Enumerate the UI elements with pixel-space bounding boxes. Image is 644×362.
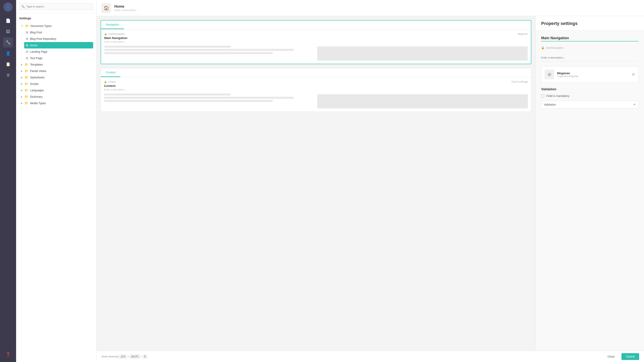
- folder-icon: 📁: [24, 101, 28, 105]
- tree-item-partial-views[interactable]: ▶ 📁 Partial Views: [19, 68, 93, 74]
- field-alias-display: 🔒 mainNavigation: [541, 46, 638, 49]
- field-name-group: [541, 35, 638, 41]
- doc-active-icon: ⊞: [26, 43, 28, 47]
- deploy-nav-icon[interactable]: 🖥: [3, 70, 13, 80]
- validation-row: Field is mandatory: [541, 94, 638, 97]
- bottom-bar: show shortcuts alt + shift + k Close Sub…: [96, 351, 644, 362]
- tree-item-templates[interactable]: ▶ 📁 Templates: [19, 61, 93, 68]
- caret-icon: ▶: [21, 76, 22, 79]
- field-description-group: [541, 54, 638, 61]
- folder-icon: 📁: [24, 82, 28, 86]
- page-description: Enter a description...: [114, 9, 138, 12]
- tree-item-home[interactable]: ⊞ Home: [24, 42, 93, 48]
- meganav-text: Meganav Cogworks.Meganav: [557, 71, 578, 78]
- skeleton-block-right: [317, 46, 528, 60]
- tab-content[interactable]: Content: [101, 68, 120, 77]
- caret-icon: ▶: [21, 102, 22, 105]
- k-key: k: [143, 355, 147, 359]
- document-types-children: ⊞ Blog Post ⊞ Blog Post Repository ⊞ Hom…: [19, 29, 93, 61]
- skeleton-lines-left: [104, 46, 315, 60]
- tree-item-landing-page[interactable]: ⊞ Landing Page: [24, 48, 93, 55]
- shortcuts-text: show shortcuts alt + shift + k: [102, 355, 147, 358]
- lock-icon: 🔒: [104, 33, 107, 35]
- tree-item-document-types[interactable]: ▼ 📁 Document Types: [19, 23, 93, 29]
- doc-icon: ⊞: [26, 30, 28, 34]
- folder-icon: 📁: [24, 69, 28, 73]
- avatar[interactable]: 👤: [4, 2, 13, 12]
- caret-icon: ▶: [21, 70, 22, 72]
- media-nav-icon[interactable]: 🖼: [3, 26, 13, 37]
- property-name: Main Navigation: [104, 36, 528, 40]
- forms-nav-icon[interactable]: 📋: [3, 59, 13, 69]
- tree-item-blog-post[interactable]: ⊞ Blog Post: [24, 29, 93, 35]
- sidebar-content: Settings ▼ 📁 Document Types ⊞ Blog Post …: [16, 13, 96, 362]
- property-alias-content: 🔒 content Grid FrontPage: [104, 80, 528, 83]
- validation-group: Validation Field is mandatory Validation: [541, 87, 638, 108]
- mandatory-checkbox[interactable]: [541, 94, 544, 97]
- property-alias: 🔒 mainNavigation Meganav: [104, 32, 528, 35]
- tab-header: Navigation: [101, 20, 531, 29]
- tree-item-dictionary[interactable]: ▶ 📁 Dictionary: [19, 93, 93, 100]
- shift-key: shift: [130, 355, 140, 359]
- tree-item-text-page[interactable]: ⊞ Text Page: [24, 55, 93, 61]
- field-alias-group: 🔒 mainNavigation: [541, 46, 638, 49]
- help-nav-icon[interactable]: ❓: [3, 350, 13, 360]
- right-panel-body: 🔒 mainNavigation ⊞ Meganav Cogworks.Mega…: [536, 30, 644, 118]
- folder-icon: 📁: [24, 95, 28, 98]
- members-nav-icon[interactable]: 👤: [3, 48, 13, 58]
- gear-icon[interactable]: ⚙: [632, 72, 635, 77]
- right-panel: Property settings 🔒 mainNavigation: [535, 16, 644, 351]
- tree-item-languages[interactable]: ▶ 📁 Languages: [19, 87, 93, 93]
- property-row-main-nav: 🔒 mainNavigation Meganav Main Navigation…: [104, 32, 528, 43]
- field-description-input[interactable]: [541, 54, 638, 61]
- doc-icon: ⊞: [26, 50, 28, 53]
- submit-button[interactable]: Submit: [622, 353, 639, 360]
- tree-item-stylesheets[interactable]: ▶ 📁 Stylesheets: [19, 74, 93, 81]
- field-name-input[interactable]: [541, 35, 638, 41]
- lock-icon: 🔒: [104, 81, 107, 83]
- property-desc: Enter a description...: [104, 40, 528, 43]
- search-input[interactable]: [19, 3, 93, 10]
- tab-navigation[interactable]: Navigation: [101, 20, 124, 29]
- content-nav-icon[interactable]: 📄: [3, 16, 13, 26]
- navigation-tab-card: Navigation 🔒 mainNavigation Meganav Main…: [100, 20, 531, 64]
- tab-header-content: Content: [101, 68, 531, 77]
- tree-item-scripts[interactable]: ▶ 📁 Scripts: [19, 81, 93, 87]
- top-bar-info: Home Enter a description...: [114, 4, 138, 12]
- validation-select[interactable]: Validation: [541, 101, 638, 108]
- skeleton-grid: [104, 46, 528, 60]
- alt-key: alt: [120, 355, 127, 359]
- page-title: Home: [114, 4, 138, 9]
- close-button[interactable]: Close: [603, 353, 619, 360]
- folder-icon: 📁: [24, 88, 28, 92]
- tree-item-media-types[interactable]: ▶ 📁 Media Types: [19, 100, 93, 106]
- home-icon: 🏠: [102, 3, 111, 13]
- folder-icon: 📁: [24, 63, 28, 66]
- property-name-content: Content: [104, 84, 528, 87]
- lock-icon-alias: 🔒: [541, 46, 544, 49]
- search-bar: 🔍: [16, 0, 96, 13]
- icon-bar: 👤 📄 🖼 🔧 👤 📋 🖥 ❓: [0, 0, 16, 362]
- meganav-alias: Cogworks.Meganav: [557, 75, 578, 78]
- tree-root: ▼ 📁 Document Types ⊞ Blog Post ⊞ Blog Po…: [19, 23, 93, 106]
- bottom-actions: Close Submit: [603, 353, 639, 360]
- tree-item-blog-post-repo[interactable]: ⊞ Blog Post Repository: [24, 35, 93, 42]
- tab-content-navigation: 🔒 mainNavigation Meganav Main Navigation…: [101, 29, 531, 64]
- caret-icon: ▶: [21, 83, 22, 85]
- skeleton-grid-content: [104, 93, 528, 108]
- skeleton-lines-content: [104, 93, 315, 108]
- doc-icon: ⊞: [26, 37, 28, 41]
- center-panel: Navigation 🔒 mainNavigation Meganav Main…: [96, 16, 535, 351]
- validation-title: Validation: [541, 87, 638, 91]
- settings-nav-icon[interactable]: 🔧: [3, 37, 13, 47]
- skeleton-block-content: [317, 94, 528, 108]
- caret-icon: ▶: [21, 63, 22, 66]
- top-bar: 🏠 Home Enter a description...: [96, 0, 644, 16]
- meganav-card: ⊞ Meganav Cogworks.Meganav ⚙: [541, 66, 638, 83]
- panels-area: Navigation 🔒 mainNavigation Meganav Main…: [96, 16, 644, 351]
- sidebar: 🔍 Settings ▼ 📁 Document Types ⊞ Blog Pos…: [16, 0, 96, 362]
- caret-icon: ▶: [21, 89, 22, 92]
- right-panel-title: Property settings: [541, 21, 638, 26]
- doc-icon: ⊞: [26, 56, 28, 60]
- sidebar-title: Settings: [19, 16, 93, 20]
